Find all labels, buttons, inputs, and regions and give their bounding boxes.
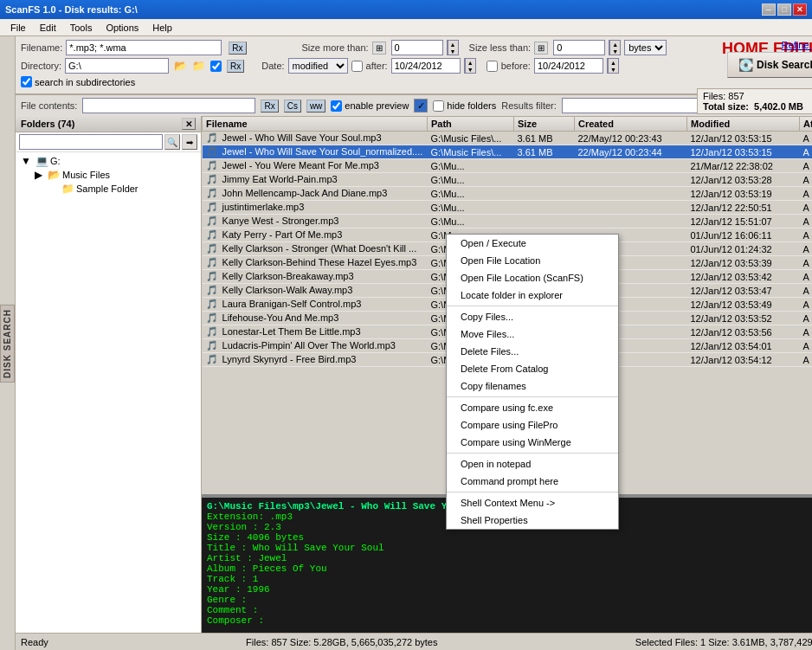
col-modified[interactable]: Modified xyxy=(687,117,800,132)
context-menu-item[interactable]: Move Files... xyxy=(447,325,618,343)
context-menu-item[interactable]: Copy filenames xyxy=(447,377,618,395)
tree-item-sample[interactable]: 📁 Sample Folder xyxy=(17,182,199,196)
enable-preview-checkbox[interactable] xyxy=(331,100,342,112)
file-modified-cell: 12/Jan/12 03:53:15 xyxy=(687,145,800,159)
context-menu-item[interactable]: Open File Location xyxy=(447,252,618,269)
status-selected: Selected Files: 1 Size: 3.61MB, 3,787,42… xyxy=(635,637,812,647)
browse-checkbox[interactable] xyxy=(210,61,222,72)
stats-box: Files: 857 Total size: 5,402.0 MB xyxy=(697,88,812,114)
minimize-button[interactable]: ─ xyxy=(762,3,776,16)
file-contents-row: File contents: Rx Cs ww enable preview ✓… xyxy=(16,94,812,116)
context-menu-item[interactable]: Open in notepad xyxy=(447,455,618,473)
browse-folder-icon[interactable]: 📂 xyxy=(174,60,187,72)
filename-input[interactable] xyxy=(66,40,222,55)
subdir-checkbox[interactable] xyxy=(21,76,32,87)
sample-folder-icon: 📁 xyxy=(61,183,74,195)
file-name-cell: Laura Branigan-Self Control.mp3 xyxy=(222,299,362,309)
main-container: DISK SEARCH HOME EDITION Filename: Rx Si… xyxy=(0,36,812,650)
file-info-title: Title : Who Will Save Your Soul xyxy=(207,543,812,553)
file-info-composer: Composer : xyxy=(207,615,812,626)
context-menu-item[interactable]: Command prompt here xyxy=(447,473,618,490)
menu-tools[interactable]: Tools xyxy=(63,21,100,35)
menu-help[interactable]: Help xyxy=(145,21,179,35)
table-row[interactable]: 🎵 John Mellencamp-Jack And Diane.mp3 G:\… xyxy=(203,187,813,201)
folder-close-button[interactable]: ✕ xyxy=(182,118,196,130)
size-less-input[interactable] xyxy=(553,40,605,55)
menu-options[interactable]: Options xyxy=(99,21,145,35)
music-note-icon: 🎵 xyxy=(206,312,218,323)
enable-preview-label[interactable]: enable preview xyxy=(331,100,409,112)
after-date-input[interactable] xyxy=(391,58,461,74)
file-modified-cell: 12/Jan/12 03:53:49 xyxy=(687,298,800,312)
file-modified-cell: 12/Jan/12 03:53:19 xyxy=(687,187,800,201)
col-path[interactable]: Path xyxy=(428,117,514,132)
tree-item-music-label: Music Files xyxy=(62,170,110,180)
size-more-spinner[interactable]: ▲ ▼ xyxy=(447,40,459,55)
maximize-button[interactable]: □ xyxy=(777,3,791,16)
tree-item-g[interactable]: ▼ 💻 G: xyxy=(17,154,199,168)
table-row[interactable]: 🎵 justintimerlake.mp3 G:\Mu... 12/Jan/12… xyxy=(203,201,813,215)
tree-item-g-label: G: xyxy=(50,156,61,166)
context-menu-item[interactable]: Compare using WinMerge xyxy=(447,434,618,451)
refine-results-link[interactable]: Refine results xyxy=(782,40,812,50)
col-size[interactable]: Size xyxy=(514,117,575,132)
content-ww-btn[interactable]: ww xyxy=(306,100,325,113)
context-menu-item[interactable]: Compare using FilePro xyxy=(447,416,618,434)
table-row[interactable]: 🎵 Jewel - Who Will Save Your Soul_normal… xyxy=(203,145,813,159)
hide-folders-checkbox[interactable] xyxy=(433,100,444,112)
tree-item-music[interactable]: ▶ 📂 Music Files xyxy=(17,168,199,182)
content-rx-btn[interactable]: Rx xyxy=(261,100,278,113)
file-attrib-cell: A xyxy=(800,242,813,256)
rx-btn[interactable]: Rx xyxy=(229,42,246,55)
context-menu-item[interactable]: Delete From Catalog xyxy=(447,360,618,377)
table-row[interactable]: 🎵 Jimmy Eat World-Pain.mp3 G:\Mu... 12/J… xyxy=(203,173,813,187)
folder-nav-btn[interactable]: ➡ xyxy=(182,134,197,150)
before-date-spinner[interactable]: ▲ ▼ xyxy=(607,58,619,74)
file-modified-cell: 01/Jun/12 01:24:32 xyxy=(687,242,800,256)
hide-folders-label[interactable]: hide folders xyxy=(433,100,496,112)
close-button[interactable]: ✕ xyxy=(793,3,807,16)
table-row[interactable]: 🎵 Jewel - Who Will Save Your Soul.mp3 G:… xyxy=(203,132,813,145)
subdir-label[interactable]: search in subdirectories xyxy=(21,76,135,87)
col-created[interactable]: Created xyxy=(575,117,687,132)
g-drive-folder-icon: 💻 xyxy=(35,155,48,167)
content-cs-btn[interactable]: Cs xyxy=(284,100,301,113)
menu-file[interactable]: File xyxy=(3,21,33,35)
file-name-cell: justintimerlake.mp3 xyxy=(222,202,305,212)
menu-edit[interactable]: Edit xyxy=(33,21,63,35)
context-menu-item[interactable]: Open File Location (ScanFS) xyxy=(447,269,618,286)
file-modified-cell: 21/Mar/12 22:38:02 xyxy=(687,159,800,173)
context-menu-item[interactable]: Delete Files... xyxy=(447,343,618,360)
size-less-spinner[interactable]: ▲ ▼ xyxy=(609,40,621,55)
folder-search-btn[interactable]: 🔍 xyxy=(164,134,180,150)
after-checkbox[interactable] xyxy=(351,61,363,72)
date-type-select[interactable]: modified created accessed xyxy=(288,58,348,74)
col-filename[interactable]: Filename xyxy=(203,117,428,132)
context-menu-item[interactable]: Copy Files... xyxy=(447,308,618,325)
table-row[interactable]: 🎵 Jewel - You Were Meant For Me.mp3 G:\M… xyxy=(203,159,813,173)
search-params-panel: HOME EDITION Filename: Rx Size more than… xyxy=(16,36,812,94)
before-checkbox[interactable] xyxy=(487,61,498,72)
results-filter-input[interactable] xyxy=(562,98,700,113)
folder-search-input[interactable] xyxy=(19,134,163,150)
col-attrib[interactable]: Attrib xyxy=(800,117,813,132)
context-menu-item[interactable]: Locate folder in explorer xyxy=(447,286,618,304)
folder-search-row: 🔍 ➡ xyxy=(16,132,201,152)
context-menu-item[interactable]: Shell Context Menu -> xyxy=(447,494,618,512)
context-menu-item[interactable]: Compare using fc.exe xyxy=(447,399,618,416)
bytes-select[interactable]: bytes KB MB GB xyxy=(624,40,667,55)
disk-search-button[interactable]: 💽 Disk Search xyxy=(727,52,812,78)
sample-expand-icon xyxy=(45,183,59,195)
after-date-spinner[interactable]: ▲ ▼ xyxy=(464,58,476,74)
context-menu-item[interactable]: Open / Execute xyxy=(447,235,618,252)
file-created-cell: 22/May/12 00:23:44 xyxy=(575,145,687,159)
size-more-input[interactable] xyxy=(391,40,443,55)
music-note-icon: 🎵 xyxy=(206,243,218,254)
dir-rx-btn[interactable]: Rx xyxy=(227,60,244,73)
before-date-input[interactable] xyxy=(534,58,603,74)
table-row[interactable]: 🎵 Kanye West - Stronger.mp3 G:\Mu... 12/… xyxy=(203,215,813,228)
directory-input[interactable] xyxy=(65,58,169,74)
browse-icon2[interactable]: 📁 xyxy=(192,60,205,72)
context-menu-item[interactable]: Shell Properties xyxy=(447,512,618,529)
file-contents-input[interactable] xyxy=(82,98,255,113)
